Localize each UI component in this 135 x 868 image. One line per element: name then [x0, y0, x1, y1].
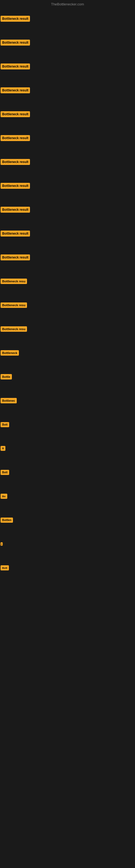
bottleneck-badge[interactable]: B: [1, 446, 5, 451]
bottleneck-badge[interactable]: Bottleneck resu: [1, 303, 27, 308]
result-row: Bottleneck resu: [0, 270, 135, 294]
result-row: Bottleneck resu: [0, 318, 135, 341]
result-row: Bottleneck result: [0, 127, 135, 151]
result-row: Bott: [0, 413, 135, 437]
bottleneck-badge[interactable]: Bott: [1, 470, 9, 475]
site-header: TheBottlenecker.com: [0, 0, 135, 7]
bottleneck-badge[interactable]: Bottleneck result: [1, 111, 30, 117]
bottleneck-badge[interactable]: Bottleneck result: [1, 16, 30, 22]
bottleneck-badge[interactable]: Bottleneck resu: [1, 326, 27, 332]
result-row: Bottleneck result: [0, 103, 135, 127]
bottleneck-badge[interactable]: Bottleneck result: [1, 40, 30, 45]
bottleneck-badge[interactable]: Bottlen: [1, 518, 13, 523]
bottleneck-badge[interactable]: Bottleneck: [1, 350, 19, 355]
result-row: Bottle: [0, 365, 135, 389]
bottleneck-badge[interactable]: Bottle: [1, 374, 12, 379]
bottleneck-badge[interactable]: Bottleneck result: [1, 183, 30, 189]
bottleneck-badge[interactable]: Bo: [1, 494, 7, 499]
result-row: Bottleneck result: [0, 55, 135, 79]
bottleneck-badge[interactable]: Bott: [1, 422, 9, 427]
result-row: Bottlen: [0, 508, 135, 532]
bottleneck-badge[interactable]: Bottleneck result: [1, 63, 30, 69]
result-row: Bottleneck result: [0, 175, 135, 198]
result-row: Bo: [0, 485, 135, 508]
bottleneck-badge[interactable]: Bottleneck result: [1, 159, 30, 165]
bottleneck-badge[interactable]: Bottleneck resu: [1, 279, 27, 284]
bottleneck-badge[interactable]: Bottleneck result: [1, 135, 30, 141]
bottleneck-badge[interactable]: |: [1, 542, 3, 546]
result-row: Bottleneck result: [0, 31, 135, 55]
bottleneck-badge[interactable]: Bottlenec: [1, 398, 17, 403]
bottleneck-badge[interactable]: Bottleneck result: [1, 254, 30, 260]
site-title: TheBottlenecker.com: [51, 2, 84, 6]
result-row: Bottleneck result: [0, 222, 135, 246]
result-row: Bottleneck resu: [0, 294, 135, 318]
bottleneck-badge[interactable]: Bottleneck result: [1, 230, 30, 237]
result-row: Bott: [0, 556, 135, 580]
result-row: Bottleneck result: [0, 79, 135, 103]
bottleneck-badge[interactable]: Bottleneck result: [1, 207, 30, 213]
bottleneck-badge[interactable]: Bottleneck result: [1, 87, 30, 93]
result-row: Bottleneck result: [0, 198, 135, 222]
result-row: Bottleneck result: [0, 7, 135, 31]
bottleneck-badge[interactable]: Bott: [1, 565, 9, 570]
result-row: |: [0, 532, 135, 556]
result-row: B: [0, 437, 135, 461]
result-row: Bottlenec: [0, 389, 135, 413]
result-row: Bottleneck result: [0, 246, 135, 270]
result-row: Bottleneck result: [0, 151, 135, 175]
result-row: Bottleneck: [0, 341, 135, 365]
result-row: Bott: [0, 461, 135, 485]
